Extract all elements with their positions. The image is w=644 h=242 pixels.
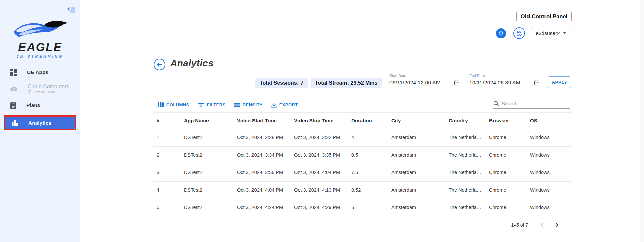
cell-city: Amsterdam <box>387 129 445 146</box>
calendar-icon[interactable] <box>534 80 539 85</box>
clipboard-icon <box>10 101 17 109</box>
cell-browser: Chrome <box>485 181 526 199</box>
sidebar-item-ue-apps[interactable]: UE Apps <box>0 66 80 79</box>
end-date-input[interactable]: 10/11/2024 06:39 AM <box>469 80 539 88</box>
column-header-video-start-time[interactable]: Video Start Time <box>233 113 290 129</box>
arrow-left-icon <box>156 62 163 67</box>
logo-badge-line2: GO <box>517 33 522 36</box>
columns-icon <box>158 102 164 107</box>
column-header-index[interactable]: # <box>153 113 180 129</box>
column-header-country[interactable]: Country <box>445 113 485 129</box>
column-header-duration[interactable]: Duration <box>348 113 387 129</box>
start-date-input[interactable]: 09/11/2024 12:00 AM <box>389 80 459 88</box>
sidebar-item-plans[interactable]: Plans <box>0 99 80 112</box>
sidebar-item-analytics[interactable]: Analytics <box>5 117 75 129</box>
app-root: EAGLE 3D STREAMING UE Apps Cloud Compute… <box>0 0 644 242</box>
cell-duration: 5 <box>348 199 387 216</box>
cell-app-name: DSTest2 <box>180 146 233 164</box>
cell-video-start-time: Oct 3, 2024, 3:34 PM <box>233 146 290 164</box>
org-logo-badge[interactable]: LO GO <box>513 27 525 39</box>
back-button[interactable] <box>154 59 165 70</box>
table-body: 1DSTest2Oct 3, 2024, 3:28 PMOct 3, 2024,… <box>153 129 571 216</box>
cell-index: 4 <box>153 181 180 199</box>
page-title: Analytics <box>170 58 214 69</box>
cell-os: Windows <box>526 129 571 146</box>
previous-page-button[interactable] <box>536 219 548 231</box>
caret-down-icon <box>563 32 566 34</box>
cell-video-start-time: Oct 3, 2024, 4:04 PM <box>233 181 290 199</box>
calendar-icon[interactable] <box>454 80 459 85</box>
bell-icon <box>498 31 504 36</box>
start-date-field: Start Date 09/11/2024 12:00 AM <box>389 74 459 88</box>
search-field: Search... <box>493 100 570 109</box>
filters-button[interactable]: FILTERS <box>198 102 226 107</box>
density-icon <box>234 103 240 107</box>
cell-duration: 7.5 <box>348 164 387 181</box>
cell-app-name: DSTest2 <box>180 181 233 199</box>
cell-video-stop-time: Oct 3, 2024, 4:04 PM <box>290 164 348 181</box>
cell-browser: Chrome <box>485 199 526 216</box>
columns-button[interactable]: COLUMNS <box>158 102 189 107</box>
cell-browser: Chrome <box>485 164 526 181</box>
cell-video-stop-time: Oct 3, 2024, 4:13 PM <box>290 181 348 199</box>
grid-icon <box>10 69 17 76</box>
cell-app-name: DSTest2 <box>180 164 233 181</box>
search-input[interactable]: Search... <box>493 100 570 109</box>
table-row[interactable]: 5DSTest2Oct 3, 2024, 4:24 PMOct 3, 2024,… <box>153 199 571 216</box>
sidebar-item-label: Plans <box>26 102 40 108</box>
cell-video-stop-time: Oct 3, 2024, 3:35 PM <box>290 146 348 164</box>
table-toolbar: COLUMNS FILTERS DENSITY <box>153 97 571 113</box>
cell-os: Windows <box>526 199 571 216</box>
density-button[interactable]: DENSITY <box>234 102 263 107</box>
table-row[interactable]: 2DSTest2Oct 3, 2024, 3:34 PMOct 3, 2024,… <box>153 146 571 164</box>
chevron-right-icon <box>555 222 558 228</box>
cell-duration: 8.52 <box>348 181 387 199</box>
apply-button[interactable]: APPLY <box>548 76 571 88</box>
table-row[interactable]: 3DSTest2Oct 3, 2024, 3:56 PMOct 3, 2024,… <box>153 164 571 181</box>
table-pagination: 1–5 of 7 <box>153 216 571 234</box>
collapse-sidebar-button[interactable] <box>66 5 76 14</box>
cell-os: Windows <box>526 181 571 199</box>
highlight-box: Analytics <box>4 115 76 130</box>
old-control-panel-button[interactable]: Old Control Panel <box>516 11 572 22</box>
end-date-label: End Date <box>469 74 539 78</box>
cell-index: 2 <box>153 146 180 164</box>
filter-icon <box>198 103 204 107</box>
column-header-os[interactable]: OS <box>526 113 571 129</box>
column-header-browser[interactable]: Browser <box>485 113 526 129</box>
table-row[interactable]: 4DSTest2Oct 3, 2024, 4:04 PMOct 3, 2024,… <box>153 181 571 199</box>
sidebar-item-label: Analytics <box>28 120 51 126</box>
notifications-button[interactable] <box>496 28 506 38</box>
cell-app-name: DSTest2 <box>180 129 233 146</box>
cell-browser: Chrome <box>485 146 526 164</box>
cell-os: Windows <box>526 146 571 164</box>
sidebar-item-label: UE Apps <box>27 69 48 75</box>
cell-city: Amsterdam <box>387 146 445 164</box>
analytics-table-card: COLUMNS FILTERS DENSITY <box>153 97 571 234</box>
table-row[interactable]: 1DSTest2Oct 3, 2024, 3:28 PMOct 3, 2024,… <box>153 129 571 146</box>
search-icon <box>493 100 499 106</box>
column-header-city[interactable]: City <box>387 113 445 129</box>
cell-city: Amsterdam <box>387 164 445 181</box>
start-date-label: Start Date <box>389 74 459 78</box>
total-sessions-badge: Total Sessions: 7 <box>255 78 308 88</box>
sidebar-item-label: Cloud Computers <box>28 84 70 90</box>
next-page-button[interactable] <box>551 219 562 231</box>
sessions-table: #App NameVideo Start TimeVideo Stop Time… <box>153 113 571 216</box>
column-header-app-name[interactable]: App Name <box>180 113 233 129</box>
brand-tagline: 3D STREAMING <box>0 54 80 58</box>
page-scrollbar[interactable] <box>640 0 644 242</box>
clock-icon <box>28 90 31 94</box>
pagination-range: 1–5 of 7 <box>511 222 528 228</box>
user-menu-button[interactable]: e3dsuser2 <box>531 27 571 39</box>
cell-video-start-time: Oct 3, 2024, 3:56 PM <box>233 164 290 181</box>
cell-index: 5 <box>153 199 180 216</box>
cell-city: Amsterdam <box>387 199 445 216</box>
cell-video-stop-time: Oct 3, 2024, 4:29 PM <box>290 199 348 216</box>
total-stream-badge: Total Stream: 29.52 Mins <box>311 78 382 88</box>
cell-duration: 0.5 <box>348 146 387 164</box>
column-header-video-stop-time[interactable]: Video Stop Time <box>290 113 348 129</box>
cell-browser: Chrome <box>485 129 526 146</box>
export-button[interactable]: EXPORT <box>271 102 298 108</box>
cell-country: The Netherlands <box>445 129 485 146</box>
